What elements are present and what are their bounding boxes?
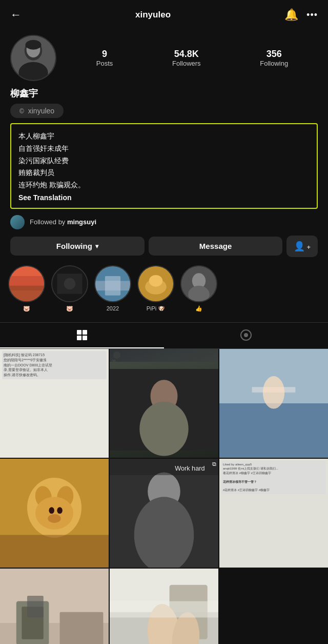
- story-image: [52, 265, 87, 302]
- story-bg: [52, 266, 87, 301]
- svg-rect-5: [26, 43, 42, 48]
- bio-text: 本人柳鑫宇 自首强奸未成年 染污国家队经费 贿赂裁判员 连环约炮 欺骗观众。: [18, 130, 310, 191]
- svg-rect-32: [219, 403, 328, 458]
- photo-cell[interactable]: Liked by aileen_zpp5 anqiii1999 在mi上找女孩们…: [219, 459, 328, 568]
- followed-username[interactable]: mingsuyi: [67, 218, 96, 226]
- message-button[interactable]: Message: [149, 237, 283, 256]
- multi-image-icon: ⧉: [212, 461, 216, 467]
- top-bar: ← xinyuleo 🔔 •••: [0, 0, 328, 30]
- bio-translation-link[interactable]: See Translation: [18, 193, 310, 202]
- following-label: Following: [56, 242, 92, 250]
- svg-rect-55: [27, 596, 44, 617]
- story-bg: [138, 266, 173, 301]
- followed-avatar: [10, 215, 25, 229]
- svg-rect-53: [60, 612, 104, 644]
- photo-cell[interactable]: ⧉: [219, 349, 328, 458]
- story-bg: [181, 266, 216, 301]
- chevron-down-icon: ▾: [95, 243, 98, 250]
- notification-wrap: 🔔: [284, 8, 298, 22]
- svg-rect-43: [0, 535, 109, 568]
- svg-point-11: [64, 278, 76, 290]
- story-circle: [8, 265, 45, 302]
- svg-rect-21: [77, 330, 81, 335]
- photo-grid: [随机科技] 验证码 238715您的陪陪号2*****0于安徽淮南的一台DOO…: [0, 349, 328, 644]
- grid-icon: [76, 329, 88, 341]
- photo-cell[interactable]: Work hard ⧉: [110, 459, 218, 568]
- photo-cell[interactable]: [0, 569, 109, 644]
- svg-point-41: [57, 507, 63, 514]
- tag-icon: [240, 329, 252, 341]
- photo-cell[interactable]: [0, 459, 109, 568]
- photo-cell[interactable]: [110, 569, 218, 644]
- story-label: 👍: [195, 305, 202, 312]
- add-user-icon: 👤: [294, 241, 305, 251]
- tab-grid[interactable]: [0, 323, 164, 348]
- notification-button[interactable]: 🔔: [284, 8, 298, 22]
- story-item[interactable]: PiPi 🐶: [137, 265, 174, 312]
- story-label: PiPi 🐶: [147, 305, 166, 312]
- story-item[interactable]: 🐷: [51, 265, 88, 312]
- svg-point-30: [139, 402, 188, 456]
- avatar-image: [11, 36, 55, 80]
- story-circle: [94, 265, 131, 302]
- back-button[interactable]: ←: [10, 8, 22, 22]
- story-bg: [95, 266, 130, 301]
- tab-bar: [0, 322, 328, 349]
- profile-row: 9 Posts 54.8K Followers 356 Following: [10, 35, 318, 81]
- stat-followers[interactable]: 54.8K Followers: [172, 49, 201, 67]
- followers-label: Followers: [172, 60, 201, 67]
- avatar-svg: [11, 35, 55, 81]
- svg-point-26: [244, 333, 248, 337]
- story-label: 2022: [107, 305, 119, 311]
- story-image: [138, 265, 173, 302]
- story-image: [181, 265, 216, 302]
- story-label: 🐷: [23, 305, 30, 312]
- story-circle: [51, 265, 88, 302]
- posts-count: 9: [96, 49, 113, 60]
- following-count: 356: [260, 49, 288, 60]
- bio-box: 本人柳鑫宇 自首强奸未成年 染污国家队经费 贿赂裁判员 连环约炮 欺骗观众。 S…: [10, 123, 318, 209]
- svg-rect-62: [110, 601, 218, 618]
- username-tag-icon: ©: [19, 108, 24, 115]
- room-svg: [0, 569, 109, 644]
- story-item[interactable]: 👍: [180, 265, 217, 312]
- svg-text:Work hard: Work hard: [175, 464, 204, 472]
- post-text-overlay: Liked by aileen_zpp5 anqiii1999 在mi上找女孩们…: [221, 461, 326, 494]
- top-bar-actions: 🔔 •••: [284, 8, 318, 22]
- stat-posts[interactable]: 9 Posts: [96, 49, 113, 67]
- following-button[interactable]: Following ▾: [10, 237, 145, 256]
- story-image: [95, 265, 130, 302]
- dog-svg: [0, 459, 109, 568]
- svg-rect-24: [83, 336, 87, 340]
- story-label: 🐷: [66, 305, 73, 312]
- svg-point-42: [48, 514, 60, 523]
- svg-rect-22: [83, 330, 87, 335]
- add-user-button[interactable]: 👤 +: [286, 236, 318, 257]
- followed-by: Followed by mingsuyi: [10, 215, 318, 229]
- posts-label: Posts: [96, 60, 113, 67]
- svg-point-17: [149, 275, 162, 287]
- story-bg: [9, 266, 44, 301]
- svg-rect-14: [105, 276, 120, 296]
- profile-name: 柳鑫宇: [10, 87, 318, 100]
- story-circle: [180, 265, 217, 302]
- svg-rect-8: [9, 286, 44, 301]
- story-item[interactable]: 2022: [94, 265, 131, 312]
- sport-svg: [219, 349, 328, 458]
- story-circle: [137, 265, 174, 302]
- bed-svg: [110, 569, 218, 644]
- stories-row: 🐷 🐷 2022: [0, 257, 328, 320]
- svg-rect-23: [77, 336, 81, 340]
- followers-count: 54.8K: [172, 49, 201, 60]
- post-text-overlay: [随机科技] 验证码 238715您的陪陪号2*****0于安徽淮南的一台DOO…: [2, 351, 107, 379]
- person-bw-svg: Work hard: [110, 459, 218, 568]
- plus-icon: +: [306, 243, 311, 251]
- stat-following[interactable]: 356 Following: [260, 49, 288, 67]
- more-button[interactable]: •••: [306, 10, 318, 21]
- photo-cell[interactable]: [随机科技] 验证码 238715您的陪陪号2*****0于安徽淮南的一台DOO…: [0, 349, 109, 458]
- story-item[interactable]: 🐷: [8, 265, 45, 312]
- photo-cell[interactable]: 06: [110, 349, 218, 458]
- person-svg: [110, 362, 218, 458]
- tab-tagged[interactable]: [164, 323, 328, 348]
- followed-text: Followed by mingsuyi: [30, 218, 96, 226]
